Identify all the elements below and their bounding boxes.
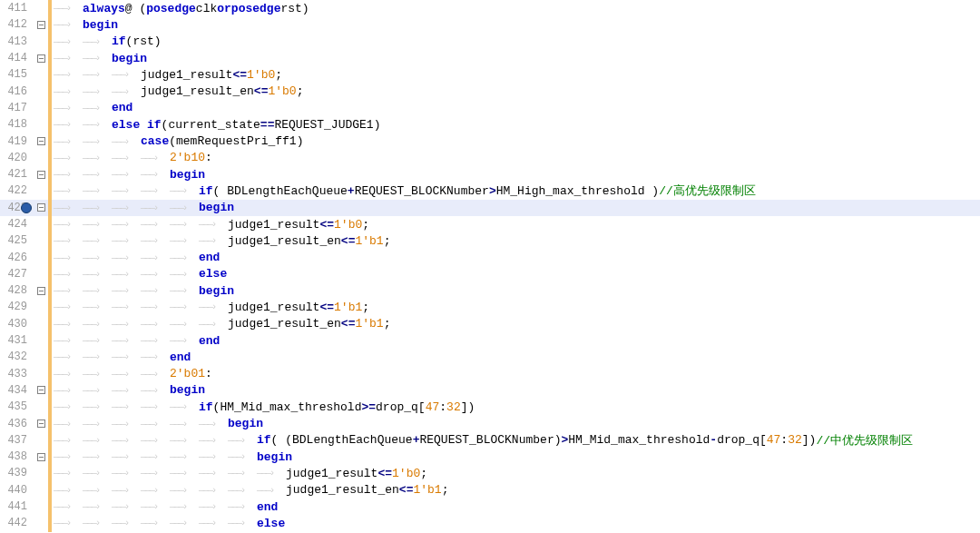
indent-guide: ―――›: [54, 86, 83, 97]
fold-toggle-icon[interactable]: [37, 203, 45, 212]
code-content[interactable]: ―――›―――›―――›―――›―――›end: [52, 251, 220, 264]
code-content[interactable]: ―――›―――›―――›―――›end: [52, 350, 191, 364]
code-line[interactable]: 429―――›―――›―――›―――›―――›―――›judge1_result…: [0, 299, 980, 315]
code-line[interactable]: 440―――›―――›―――›―――›―――›―――›―――›―――›judge…: [0, 482, 980, 498]
code-line[interactable]: 427―――›―――›―――›―――›―――›else: [0, 266, 980, 282]
code-line[interactable]: 434―――›―――›―――›―――›begin: [0, 382, 980, 399]
code-line[interactable]: 420―――›―――›―――›―――›2'b10:: [0, 150, 980, 166]
fold-gutter[interactable]: [34, 54, 48, 63]
indent-guide: ―――›: [83, 235, 112, 246]
code-line[interactable]: 438―――›―――›―――›―――›―――›―――›―――›begin: [0, 449, 980, 465]
indent-guide: ―――›: [141, 385, 170, 396]
indent-guide: ―――›: [83, 369, 112, 380]
code-content[interactable]: ―――›―――›―――›―――›―――›―――›―――›―――›judge1_r…: [52, 467, 427, 480]
code-line[interactable]: 418―――›―――›else if(current_state == REQU…: [0, 116, 980, 133]
fold-gutter[interactable]: [34, 171, 48, 179]
code-line[interactable]: 417―――›―――›end: [0, 100, 980, 116]
indent-guide: ―――›: [141, 319, 170, 330]
fold-toggle-icon[interactable]: [37, 453, 45, 461]
indent-guide: ―――›: [54, 285, 83, 296]
indent-guide: ―――›: [54, 169, 83, 180]
code-line[interactable]: 425―――›―――›―――›―――›―――›―――›judge1_result…: [0, 232, 980, 249]
code-content[interactable]: ―――›―――›―――›―――›―――›―――›―――›else: [52, 517, 285, 530]
code-content[interactable]: ―――›―――›―――›―――›―――›―――›judge1_result <=…: [52, 301, 369, 314]
code-content[interactable]: ―――›―――›if(rst): [52, 35, 162, 48]
indent-guide: ―――›: [141, 169, 170, 180]
code-content[interactable]: ―――›―――›―――›―――›―――›―――›―――›end: [52, 500, 278, 514]
code-token: begin: [170, 383, 205, 397]
code-line[interactable]: 423―――›―――›―――›―――›―――›begin: [0, 200, 980, 216]
fold-toggle-icon[interactable]: [37, 386, 45, 394]
code-content[interactable]: ―――›―――›―――›judge1_result <=1'b0;: [52, 68, 282, 82]
fold-toggle-icon[interactable]: [37, 287, 45, 295]
code-content[interactable]: ―――›―――›―――›―――›―――›―――›―――›if( (BDLengt…: [52, 432, 913, 449]
code-line[interactable]: 411―――›always @ (posedge clk or posedge …: [0, 0, 980, 16]
code-line[interactable]: 416―――›―――›―――›judge1_result_en <=1'b0;: [0, 83, 980, 99]
fold-toggle-icon[interactable]: [37, 419, 45, 428]
breakpoint-icon[interactable]: [21, 202, 32, 213]
code-line[interactable]: 437―――›―――›―――›―――›―――›―――›―――›if( (BDLe…: [0, 432, 980, 449]
code-line[interactable]: 432―――›―――›―――›―――›end: [0, 349, 980, 365]
code-content[interactable]: ―――›―――›―――›―――›―――›―――›―――›begin: [52, 450, 292, 464]
code-line[interactable]: 430―――›―――›―――›―――›―――›―――›judge1_result…: [0, 316, 980, 332]
fold-gutter[interactable]: [34, 386, 48, 394]
code-editor[interactable]: 411―――›always @ (posedge clk or posedge …: [0, 0, 980, 533]
fold-toggle-icon[interactable]: [37, 54, 45, 63]
code-content[interactable]: ―――›begin: [52, 18, 118, 32]
code-line[interactable]: 433―――›―――›―――›―――›2'b01:: [0, 366, 980, 382]
code-content[interactable]: ―――›―――›―――›judge1_result_en <=1'b0;: [52, 84, 303, 98]
code-line[interactable]: 442―――›―――›―――›―――›―――›―――›―――›else: [0, 515, 980, 531]
code-line[interactable]: 421―――›―――›―――›―――›begin: [0, 166, 980, 183]
code-content[interactable]: ―――›―――›―――›―――›―――›―――›judge1_result <=…: [52, 218, 369, 232]
code-content[interactable]: ―――›―――›―――›―――›―――›―――›begin: [52, 417, 263, 430]
code-content[interactable]: ―――›always @ (posedge clk or posedge rst…: [52, 2, 309, 15]
code-content[interactable]: ―――›―――›―――›―――›2'b01:: [52, 367, 212, 380]
fold-toggle-icon[interactable]: [37, 21, 45, 29]
fold-toggle-icon[interactable]: [37, 137, 45, 145]
code-line[interactable]: 414―――›―――›begin: [0, 50, 980, 66]
code-content[interactable]: ―――›―――›―――›―――›―――›begin: [52, 284, 234, 298]
fold-gutter[interactable]: [34, 453, 48, 461]
code-line[interactable]: 415―――›―――›―――›judge1_result <=1'b0;: [0, 66, 980, 83]
code-content[interactable]: ―――›―――›begin: [52, 52, 147, 65]
code-content[interactable]: ―――›―――›else if(current_state == REQUEST…: [52, 118, 380, 132]
code-line[interactable]: 436―――›―――›―――›―――›―――›―――›begin: [0, 415, 980, 431]
code-line[interactable]: 431―――›―――›―――›―――›―――›end: [0, 332, 980, 349]
code-line[interactable]: 435―――›―――›―――›―――›―――›if(HM_Mid_max_thr…: [0, 399, 980, 415]
code-content[interactable]: ―――›―――›―――›―――›begin: [52, 168, 205, 182]
code-content[interactable]: ―――›―――›―――›―――›―――›else: [52, 267, 227, 281]
fold-toggle-icon[interactable]: [37, 171, 45, 179]
indent-guide: ―――›: [141, 235, 170, 246]
code-content[interactable]: ―――›―――›―――›―――›―――›if( BDLengthEachQueu…: [52, 183, 756, 199]
code-line[interactable]: 428―――›―――›―――›―――›―――›begin: [0, 282, 980, 299]
code-line[interactable]: 419―――›―――›―――›case(memRequestPri_ff1): [0, 133, 980, 149]
code-content[interactable]: ―――›―――›―――›―――›―――›end: [52, 334, 220, 348]
code-line[interactable]: 426―――›―――›―――›―――›―――›end: [0, 249, 980, 265]
code-line[interactable]: 439―――›―――›―――›―――›―――›―――›―――›―――›judge…: [0, 465, 980, 481]
code-content[interactable]: ―――›―――›―――›―――›―――›―――›judge1_result_en…: [52, 234, 390, 248]
code-line[interactable]: 441―――›―――›―――›―――›―――›―――›―――›end: [0, 498, 980, 515]
fold-gutter[interactable]: [34, 419, 48, 428]
fold-gutter[interactable]: [34, 21, 48, 29]
code-token: REQUEST_BLOCKNumber: [355, 184, 489, 198]
fold-gutter[interactable]: [34, 203, 48, 212]
code-content[interactable]: ―――›―――›end: [52, 101, 132, 114]
code-content[interactable]: ―――›―――›―――›―――›―――›if(HM_Mid_max_thresh…: [52, 400, 475, 414]
fold-gutter[interactable]: [34, 287, 48, 295]
fold-gutter[interactable]: [34, 137, 48, 145]
code-line[interactable]: 412―――›begin: [0, 16, 980, 33]
code-line[interactable]: 413―――›―――›if(rst): [0, 34, 980, 50]
code-content[interactable]: ―――›―――›―――›―――›―――›―――›―――›―――›judge1_r…: [52, 483, 448, 497]
code-content[interactable]: ―――›―――›―――›―――›2'b10:: [52, 151, 212, 164]
code-content[interactable]: ―――›―――›―――›case(memRequestPri_ff1): [52, 134, 303, 148]
code-token: judge1_result: [228, 301, 319, 314]
code-line[interactable]: 424―――›―――›―――›―――›―――›―――›judge1_result…: [0, 216, 980, 232]
code-content[interactable]: ―――›―――›―――›―――›―――›―――›judge1_result_en…: [52, 317, 390, 331]
indent-guide: ―――›: [228, 435, 257, 446]
indent-guide: ―――›: [170, 202, 199, 213]
indent-guide: ―――›: [112, 136, 141, 147]
code-content[interactable]: ―――›―――›―――›―――›begin: [52, 383, 205, 397]
code-content[interactable]: ―――›―――›―――›―――›―――›begin: [52, 201, 234, 214]
code-line[interactable]: 422―――›―――›―――›―――›―――›if( BDLengthEachQ…: [0, 183, 980, 199]
code-token: <=: [377, 467, 392, 480]
